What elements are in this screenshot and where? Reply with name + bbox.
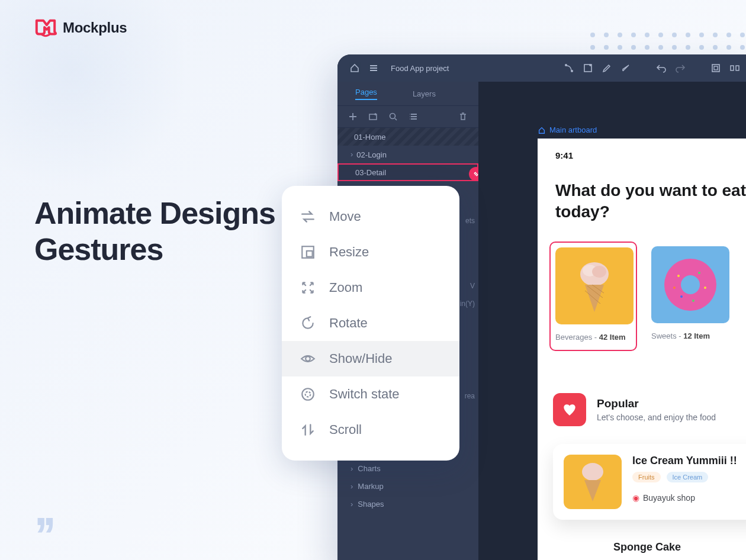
svg-point-17 — [681, 275, 700, 294]
logo-mark-icon — [34, 18, 57, 38]
ctx-show-hide[interactable]: Show/Hide — [282, 341, 459, 376]
tab-layers[interactable]: Layers — [413, 89, 436, 98]
quote-icon: ,, — [34, 482, 51, 536]
snip-rea: rea — [465, 392, 475, 400]
artboard-label[interactable]: Main artboard — [538, 125, 597, 134]
ctx-switch-state[interactable]: Switch state — [282, 376, 459, 412]
rotate-icon — [300, 315, 316, 332]
food-tag: Fruits — [632, 472, 661, 482]
svg-rect-5 — [731, 66, 734, 70]
svg-rect-4 — [714, 66, 718, 70]
food-image — [564, 455, 622, 509]
popular-subtitle: Let's choose, and enjoy the food — [597, 413, 716, 422]
pen-icon[interactable] — [602, 63, 612, 73]
donut-image — [651, 246, 729, 323]
food-shop: ◉ Buyayuk shop $ — [632, 493, 746, 503]
category-label: Sweets - 12 Item — [651, 332, 729, 340]
tab-pages[interactable]: Pages — [355, 88, 377, 100]
panel-tabs: Pages Layers — [337, 82, 478, 105]
align-icon[interactable] — [710, 63, 721, 73]
switch-state-icon — [300, 386, 316, 403]
svg-point-19 — [698, 272, 700, 274]
dot-grid — [590, 33, 746, 50]
home-small-icon — [538, 126, 546, 134]
ctx-rotate[interactable]: Rotate — [282, 305, 459, 341]
svg-rect-26 — [307, 251, 313, 257]
category-label: Beverages - 42 Item — [555, 333, 631, 342]
food-title: Ice Cream Yummiii !! — [632, 455, 746, 467]
category-row: Beverages - 42 Item Sweets - 12 Item — [549, 242, 746, 351]
popular-title: Popular — [597, 397, 716, 410]
food-tag: Ice Cream — [667, 472, 709, 482]
food-title-2: Sponge Cake — [613, 541, 681, 553]
svg-point-18 — [677, 275, 680, 277]
svg-point-15 — [592, 266, 606, 278]
project-name: Food App project — [391, 64, 555, 73]
menu-icon[interactable] — [368, 63, 379, 73]
svg-point-21 — [680, 295, 683, 298]
add-icon[interactable] — [348, 112, 358, 121]
category-card-sweets[interactable]: Sweets - 12 Item — [647, 242, 734, 351]
eye-icon — [300, 350, 316, 367]
page-list: 01-Home 02-Login 03-Detail — [337, 128, 478, 181]
svg-point-22 — [692, 300, 694, 302]
statusbar-time: 9:41 — [555, 150, 573, 160]
ctx-resize[interactable]: Resize — [282, 234, 459, 270]
category-card-beverages[interactable]: Beverages - 42 Item — [549, 242, 637, 351]
svg-point-23 — [673, 287, 676, 289]
mobile-artboard[interactable]: 9:41 What do you want to eat today? — [538, 139, 746, 560]
redo-icon[interactable] — [675, 63, 686, 73]
food-card[interactable]: Ice Cream Yummiii !! Fruits Ice Cream ◉ … — [553, 444, 746, 520]
distribute-icon[interactable] — [729, 63, 740, 73]
category-card-snack[interactable]: Snac — [744, 242, 746, 351]
hero-title: What do you want to eat today? — [555, 180, 746, 223]
svg-point-29 — [306, 392, 311, 397]
food-tags: Fruits Ice Cream — [632, 472, 746, 482]
page-item-login[interactable]: 02-Login — [337, 146, 478, 163]
group-shapes[interactable]: Shapes — [337, 495, 478, 513]
list-icon[interactable] — [409, 112, 418, 121]
move-icon — [300, 208, 316, 225]
page-item-home[interactable]: 01-Home — [337, 128, 478, 146]
snip-v: V — [470, 282, 475, 290]
heart-button[interactable] — [553, 393, 586, 426]
search-icon[interactable] — [388, 112, 398, 121]
add-artboard-icon[interactable] — [583, 63, 593, 73]
ctx-scroll[interactable]: Scroll — [282, 412, 459, 448]
panel-tools — [337, 105, 478, 128]
connector-icon[interactable] — [564, 63, 574, 73]
ctx-zoom[interactable]: Zoom — [282, 270, 459, 305]
pencil-icon[interactable] — [620, 63, 631, 73]
group-markup[interactable]: Markup — [337, 477, 478, 495]
page-item-detail[interactable]: 03-Detail — [337, 163, 478, 181]
new-folder-icon[interactable] — [368, 112, 378, 121]
canvas[interactable]: Main artboard 9:41 What do you want to e… — [478, 82, 746, 560]
zoom-icon — [300, 279, 316, 296]
svg-point-8 — [390, 114, 395, 119]
group-charts[interactable]: Charts — [337, 459, 478, 477]
resize-icon — [300, 244, 316, 260]
ice-cream-image — [555, 247, 634, 324]
ctx-move[interactable]: Move — [282, 199, 459, 234]
pin-icon: ◉ — [632, 493, 639, 503]
brand-name: Mockplus — [63, 20, 127, 36]
svg-point-27 — [306, 356, 310, 361]
undo-icon[interactable] — [656, 63, 667, 73]
svg-rect-6 — [736, 66, 739, 70]
interaction-context-menu: Move Resize Zoom Rotate Show/Hide Switch… — [282, 186, 459, 461]
snip-ets: ets — [465, 217, 475, 225]
svg-point-24 — [582, 463, 603, 481]
svg-rect-3 — [712, 65, 719, 72]
scroll-icon — [300, 421, 316, 438]
trash-icon[interactable] — [458, 112, 468, 121]
popular-section: Popular Let's choose, and enjoy the food — [553, 393, 716, 426]
app-topbar: Food App project — [337, 54, 746, 82]
svg-point-28 — [302, 388, 314, 400]
svg-point-20 — [704, 287, 706, 289]
snip-iny: in(Y) — [460, 300, 475, 308]
brand-logo: Mockplus — [34, 18, 127, 38]
home-icon[interactable] — [349, 63, 360, 73]
